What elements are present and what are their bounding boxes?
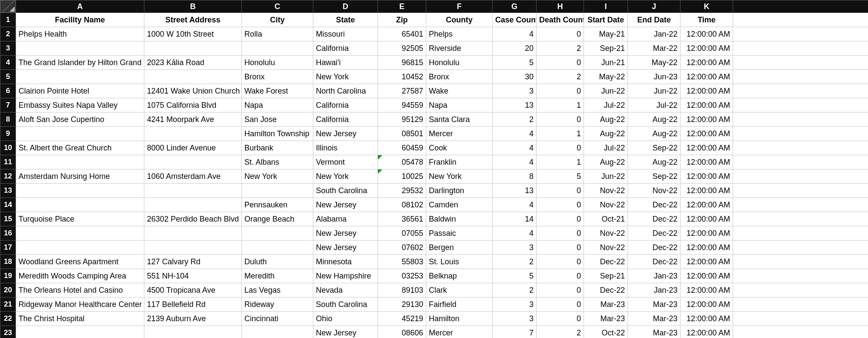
cell-F[interactable]: Camden [426, 198, 493, 212]
row-header-4[interactable]: 4 [0, 56, 16, 70]
cell-J[interactable]: Jul-22 [628, 98, 681, 113]
row-header-19[interactable]: 19 [0, 269, 16, 283]
cell-J[interactable]: Dec-22 [628, 226, 681, 241]
cell-J[interactable]: Sep-22 [628, 141, 681, 155]
cell-G[interactable]: 5 [493, 56, 537, 70]
cell-E[interactable]: 65401 [378, 27, 426, 41]
cell-B[interactable] [144, 70, 242, 84]
row-header-13[interactable]: 13 [0, 184, 16, 198]
cell-F[interactable]: Mercer [426, 326, 493, 338]
cell-A[interactable] [16, 326, 144, 338]
cell-K[interactable]: 12:00:00 AM [681, 84, 733, 98]
cell-I[interactable]: Mar-23 [584, 297, 628, 312]
cell-B[interactable]: 1060 Amsterdam Ave [144, 169, 242, 184]
cell-A[interactable]: The Grand Islander by Hilton Grand [16, 56, 144, 70]
cell-D[interactable]: South Carolina [313, 184, 378, 198]
cell-H[interactable]: 1 [537, 155, 584, 169]
cell-E[interactable]: 29130 [378, 297, 426, 312]
cell-F[interactable]: Riverside [426, 41, 493, 56]
cell-D[interactable]: New Jersey [313, 198, 378, 212]
column-header-I[interactable]: I [584, 0, 628, 13]
cell-A[interactable] [16, 70, 144, 84]
cell-D[interactable]: New York [313, 169, 378, 184]
cell-J[interactable]: Dec-22 [628, 212, 681, 226]
cell-E[interactable]: 55803 [378, 255, 426, 269]
cell-H[interactable]: 2 [537, 41, 584, 56]
cell-E[interactable]: 08606 [378, 326, 426, 338]
cell-K[interactable]: 12:00:00 AM [681, 41, 733, 56]
cell-E[interactable]: 29532 [378, 184, 426, 198]
cell-H[interactable]: 1 [537, 127, 584, 141]
cell-F[interactable]: St. Louis [426, 255, 493, 269]
cell-D[interactable]: New Jersey [313, 226, 378, 241]
cell-F[interactable]: New York [426, 169, 493, 184]
cell-E[interactable]: 89103 [378, 283, 426, 297]
cell-C[interactable] [242, 184, 313, 198]
cell-K[interactable]: 12:00:00 AM [681, 56, 733, 70]
cell-E[interactable]: 45219 [378, 312, 426, 326]
cell-I[interactable]: Nov-22 [584, 226, 628, 241]
row-header-1[interactable]: 1 [0, 13, 16, 27]
cell-I[interactable]: Nov-22 [584, 241, 628, 255]
cell-C[interactable]: Honolulu [242, 56, 313, 70]
cell-E[interactable]: 95129 [378, 113, 426, 127]
cell-D[interactable]: California [313, 41, 378, 56]
cell-D[interactable]: New York [313, 70, 378, 84]
cell-F[interactable]: Wake [426, 84, 493, 98]
cell-D[interactable]: Alabama [313, 212, 378, 226]
cell-C[interactable]: Duluth [242, 255, 313, 269]
cell-G[interactable]: 4 [493, 141, 537, 155]
row-header-18[interactable]: 18 [0, 255, 16, 269]
cell-B[interactable] [144, 241, 242, 255]
column-header-D[interactable]: D [313, 0, 378, 13]
row-header-6[interactable]: 6 [0, 84, 16, 98]
cell-G[interactable]: 20 [493, 41, 537, 56]
row-header-12[interactable]: 12 [0, 169, 16, 184]
cell-A[interactable] [16, 226, 144, 241]
cell-G[interactable]: 4 [493, 226, 537, 241]
cell-C[interactable]: Rideway [242, 297, 313, 312]
row-header-21[interactable]: 21 [0, 297, 16, 312]
cell-G[interactable]: 2 [493, 113, 537, 127]
cell-G[interactable]: 2 [493, 283, 537, 297]
cell-B[interactable] [144, 226, 242, 241]
row-header-8[interactable]: 8 [0, 113, 16, 127]
cell-E[interactable]: 03253 [378, 269, 426, 283]
cell-G[interactable]: 2 [493, 255, 537, 269]
cell-H[interactable]: 0 [537, 184, 584, 198]
cell-F[interactable]: Darlington [426, 184, 493, 198]
cell-A[interactable]: Embassy Suites Napa Valley [16, 98, 144, 113]
cell-A[interactable] [16, 184, 144, 198]
cell-I[interactable]: May-22 [584, 70, 628, 84]
cell-B[interactable]: 1075 California Blvd [144, 98, 242, 113]
cell-E[interactable]: 96815 [378, 56, 426, 70]
cell-I[interactable]: Jun-21 [584, 56, 628, 70]
cell-H[interactable]: 0 [537, 226, 584, 241]
cell-D[interactable]: North Carolina [313, 84, 378, 98]
cell-K[interactable]: 12:00:00 AM [681, 27, 733, 41]
cell-F[interactable]: Honolulu [426, 56, 493, 70]
cell-H[interactable]: 0 [537, 297, 584, 312]
cell-G[interactable]: 3 [493, 312, 537, 326]
cell-E[interactable]: 10452 [378, 70, 426, 84]
cell-C[interactable]: Napa [242, 98, 313, 113]
column-header-F[interactable]: F [426, 0, 493, 13]
cell-E[interactable]: 07055 [378, 226, 426, 241]
cell-K[interactable]: 12:00:00 AM [681, 241, 733, 255]
cell-C[interactable] [242, 326, 313, 338]
header-cell-B[interactable]: Street Address [144, 13, 242, 27]
cell-J[interactable]: Dec-22 [628, 198, 681, 212]
cell-F[interactable]: Cook [426, 141, 493, 155]
cell-I[interactable]: Mar-23 [584, 312, 628, 326]
cell-K[interactable]: 12:00:00 AM [681, 98, 733, 113]
cell-D[interactable]: New Hampshire [313, 269, 378, 283]
cell-J[interactable]: Mar-23 [628, 297, 681, 312]
cell-G[interactable]: 7 [493, 326, 537, 338]
header-cell-F[interactable]: County [426, 13, 493, 27]
cell-H[interactable]: 0 [537, 269, 584, 283]
cell-H[interactable]: 0 [537, 84, 584, 98]
cell-A[interactable] [16, 127, 144, 141]
cell-C[interactable]: Hamilton Township [242, 127, 313, 141]
column-header-K[interactable]: K [681, 0, 733, 13]
column-header-E[interactable]: E [378, 0, 426, 13]
